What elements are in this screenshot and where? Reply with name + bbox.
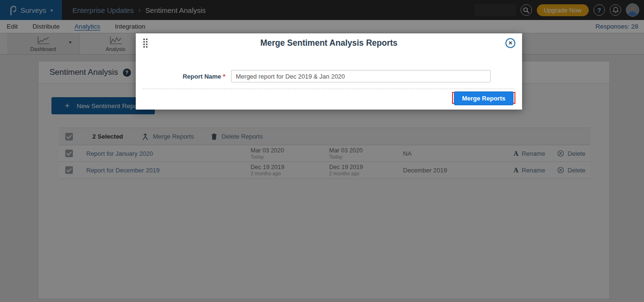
modal-header: Merge Sentiment Analysis Reports ✕ — [136, 33, 522, 52]
merge-reports-modal: Merge Sentiment Analysis Reports ✕ Repor… — [136, 33, 522, 110]
report-name-label: Report Name * — [136, 73, 225, 80]
merge-reports-submit-button[interactable]: Merge Reports — [454, 91, 513, 105]
report-name-input[interactable] — [231, 70, 491, 82]
highlight-annotation: Merge Reports — [452, 92, 515, 104]
app-window: Surveys ▾ Enterprise Updates › Sentiment… — [0, 0, 644, 302]
close-icon: ✕ — [508, 40, 513, 46]
modal-divider — [143, 89, 515, 89]
modal-close-button[interactable]: ✕ — [505, 38, 515, 48]
required-marker: * — [223, 73, 225, 80]
modal-footer: Merge Reports — [452, 91, 515, 105]
modal-title: Merge Sentiment Analysis Reports — [260, 38, 397, 48]
modal-body: Report Name * — [136, 70, 522, 82]
drag-handle-icon[interactable] — [143, 39, 148, 48]
